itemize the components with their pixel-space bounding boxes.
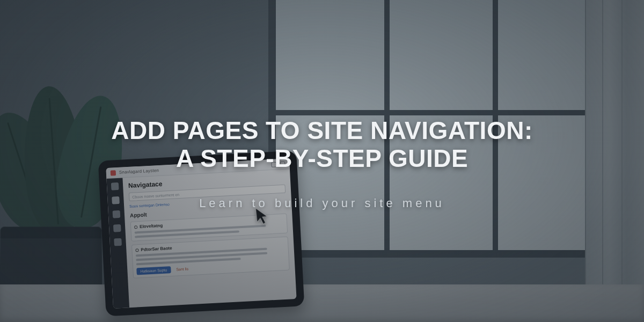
hero-title-line-1: ADD PAGES TO SITE NAVIGATION: [111, 116, 532, 144]
hero-text-block: ADD PAGES TO SITE NAVIGATION: A STEP-BY-… [0, 0, 644, 322]
hero-title: ADD PAGES TO SITE NAVIGATION: A STEP-BY-… [111, 117, 532, 172]
hero-banner: Snavlagard Laysten Navigatace C [0, 0, 644, 322]
hero-title-line-2: A STEP-BY-STEP GUIDE [176, 144, 468, 172]
hero-subtitle: Learn to build your site menu [199, 196, 445, 210]
